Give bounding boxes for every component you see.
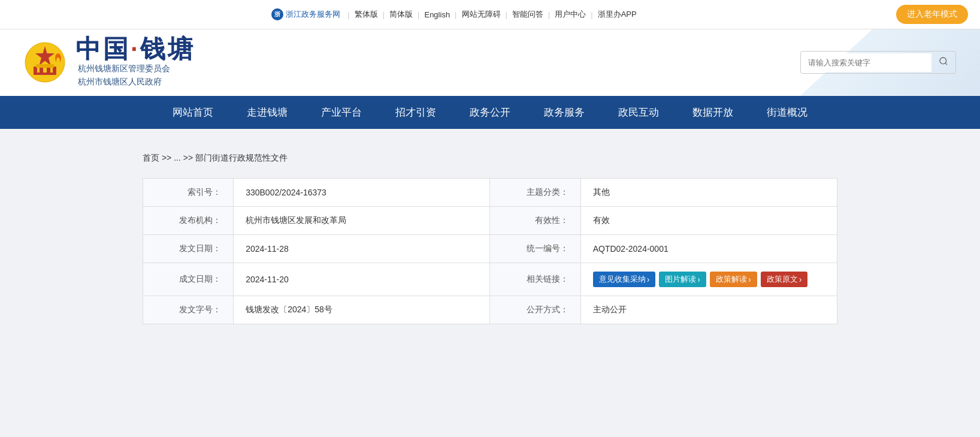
breadcrumb-sep1: >> — [162, 153, 174, 162]
breadcrumb-ellipsis: ... — [174, 153, 181, 162]
zj-icon: 浙 — [271, 8, 283, 20]
label-tongyi-bianhao: 统一编号： — [490, 234, 580, 263]
search-box — [800, 51, 956, 74]
table-row: 发布机构： 杭州市钱塘区发展和改革局 有效性： 有效 — [143, 206, 837, 234]
label-fabujigou: 发布机构： — [143, 206, 234, 234]
nav-item-street[interactable]: 街道概况 — [750, 96, 824, 129]
nav-item-home[interactable]: 网站首页 — [156, 96, 230, 129]
user-link[interactable]: 用户中心 — [555, 9, 586, 20]
logo-title: 中国·钱塘 杭州钱塘新区管理委员会 杭州市钱塘区人民政府 — [75, 37, 195, 89]
link-tupian[interactable]: 图片解读 — [659, 272, 706, 287]
value-tongyi-bianhao: AQTD02-2024-0001 — [580, 234, 837, 263]
svg-point-9 — [940, 58, 946, 64]
nav-item-gov-open[interactable]: 政务公开 — [453, 96, 527, 129]
label-fawen-date: 发文日期： — [143, 234, 234, 263]
sep3: | — [418, 10, 419, 19]
page-content: 首页 >> ... >> 部门街道行政规范性文件 索引号： 330B002/20… — [131, 135, 849, 342]
logo-subtitle1: 杭州钱塘新区管理委员会 — [78, 62, 195, 75]
sep4: | — [455, 10, 456, 19]
label-chengwen-date: 成文日期： — [143, 263, 234, 296]
value-fabujigou: 杭州市钱塘区发展和改革局 — [234, 206, 490, 234]
svg-rect-3 — [36, 64, 54, 68]
value-gongkai-fangshi: 主动公开 — [580, 296, 837, 324]
breadcrumb: 首页 >> ... >> 部门街道行政规范性文件 — [143, 153, 837, 164]
top-bar: 浙 浙江政务服务网 | 繁体版 | 简体版 | English | 网站无障碍 … — [0, 0, 980, 29]
logo-text: 中国 — [75, 35, 131, 63]
breadcrumb-home[interactable]: 首页 — [143, 153, 159, 162]
logo-subtitle2: 杭州市钱塘区人民政府 — [78, 75, 195, 88]
svg-line-10 — [945, 63, 947, 65]
label-youxiaoxing: 有效性： — [490, 206, 580, 234]
simp-link[interactable]: 简体版 — [389, 9, 413, 20]
accessible-link[interactable]: 网站无障碍 — [462, 9, 501, 20]
logo-main-title: 中国·钱塘 — [75, 37, 195, 62]
value-chengwen-date: 2024-11-20 — [234, 263, 490, 296]
nav-item-gov-service[interactable]: 政务服务 — [527, 96, 601, 129]
senior-mode-button[interactable]: 进入老年模式 — [896, 5, 968, 24]
value-zhuti: 其他 — [580, 178, 837, 206]
nav-bar: 网站首页 走进钱塘 产业平台 招才引资 政务公开 政务服务 政民互动 数据开放 … — [0, 96, 980, 129]
search-input[interactable] — [801, 53, 931, 72]
logo-city: 钱塘 — [140, 35, 195, 63]
svg-rect-6 — [50, 68, 53, 73]
sep6: | — [548, 10, 550, 19]
sep2: | — [383, 10, 385, 19]
label-xiangguan: 相关链接： — [490, 263, 580, 296]
nav-item-talent[interactable]: 招才引资 — [379, 96, 453, 129]
breadcrumb-sep2: >> — [183, 153, 195, 162]
sep1: | — [347, 10, 349, 19]
app-link[interactable]: 浙里办APP — [598, 9, 637, 20]
link-yijian[interactable]: 意见收集采纳 — [593, 272, 656, 287]
zjws-link[interactable]: 浙江政务服务网 — [286, 9, 340, 20]
ai-link[interactable]: 智能问答 — [512, 9, 543, 20]
svg-rect-4 — [37, 68, 40, 73]
logo-dot: · — [131, 35, 140, 63]
search-button[interactable] — [931, 52, 955, 73]
logo-emblem — [24, 41, 66, 83]
nav-item-interaction[interactable]: 政民互动 — [601, 96, 676, 129]
info-table: 索引号： 330B002/2024-16373 主题分类： 其他 发布机构： 杭… — [143, 178, 837, 324]
value-xiangguan: 意见收集采纳 图片解读 政策解读 政策原文 — [580, 263, 837, 296]
table-row: 索引号： 330B002/2024-16373 主题分类： 其他 — [143, 178, 837, 206]
table-row: 发文日期： 2024-11-28 统一编号： AQTD02-2024-0001 — [143, 234, 837, 263]
value-youxiaoxing: 有效 — [580, 206, 837, 234]
sep7: | — [591, 10, 592, 19]
trad-link[interactable]: 繁体版 — [355, 9, 378, 20]
nav-item-industry[interactable]: 产业平台 — [304, 96, 379, 129]
header-left: 中国·钱塘 杭州钱塘新区管理委员会 杭州市钱塘区人民政府 — [24, 37, 195, 89]
english-link[interactable]: English — [424, 10, 450, 19]
label-gongkai-fangshi: 公开方式： — [490, 296, 580, 324]
value-suoyinhao: 330B002/2024-16373 — [234, 178, 490, 206]
header-right — [800, 51, 956, 74]
svg-point-8 — [56, 58, 60, 64]
label-suoyinhao: 索引号： — [143, 178, 234, 206]
table-row: 发文字号： 钱塘发改〔2024〕58号 公开方式： 主动公开 — [143, 296, 837, 324]
value-fawen-date: 2024-11-28 — [234, 234, 490, 263]
label-fawen-zihao: 发文字号： — [143, 296, 234, 324]
link-zhengce-jiedu[interactable]: 政策解读 — [710, 272, 757, 287]
svg-rect-5 — [43, 68, 47, 73]
nav-item-data[interactable]: 数据开放 — [676, 96, 750, 129]
top-bar-links: 浙 浙江政务服务网 | 繁体版 | 简体版 | English | 网站无障碍 … — [12, 8, 896, 20]
nav-item-about[interactable]: 走进钱塘 — [230, 96, 304, 129]
related-links: 意见收集采纳 图片解读 政策解读 政策原文 — [593, 272, 825, 287]
sep5: | — [506, 10, 507, 19]
link-zhengce-yuanwen[interactable]: 政策原文 — [761, 272, 808, 287]
header: 中国·钱塘 杭州钱塘新区管理委员会 杭州市钱塘区人民政府 — [0, 29, 980, 96]
breadcrumb-current: 部门街道行政规范性文件 — [195, 153, 288, 162]
zj-logo: 浙 浙江政务服务网 — [271, 8, 340, 20]
table-row: 成文日期： 2024-11-20 相关链接： 意见收集采纳 图片解读 政策解读 … — [143, 263, 837, 296]
value-fawen-zihao: 钱塘发改〔2024〕58号 — [234, 296, 490, 324]
label-zhuti: 主题分类： — [490, 178, 580, 206]
